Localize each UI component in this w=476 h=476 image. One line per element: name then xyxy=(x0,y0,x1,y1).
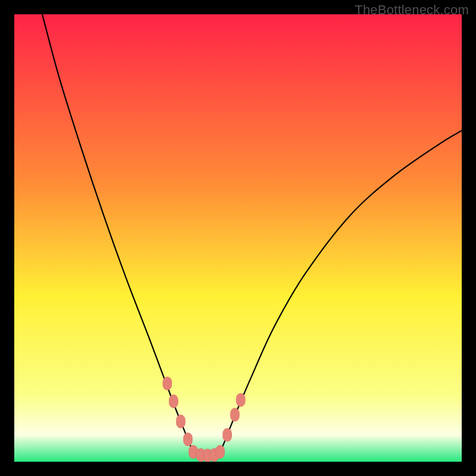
marker-point xyxy=(163,377,172,390)
chart-svg xyxy=(14,14,462,462)
plot-area xyxy=(14,14,462,462)
outer-frame: TheBottleneck.com xyxy=(0,0,476,476)
marker-point xyxy=(223,428,231,441)
marker-point xyxy=(176,415,185,428)
marker-point xyxy=(236,393,245,406)
marker-point xyxy=(183,433,192,446)
marker-point xyxy=(215,445,224,458)
marker-point xyxy=(230,408,239,421)
marker-point xyxy=(169,394,178,408)
